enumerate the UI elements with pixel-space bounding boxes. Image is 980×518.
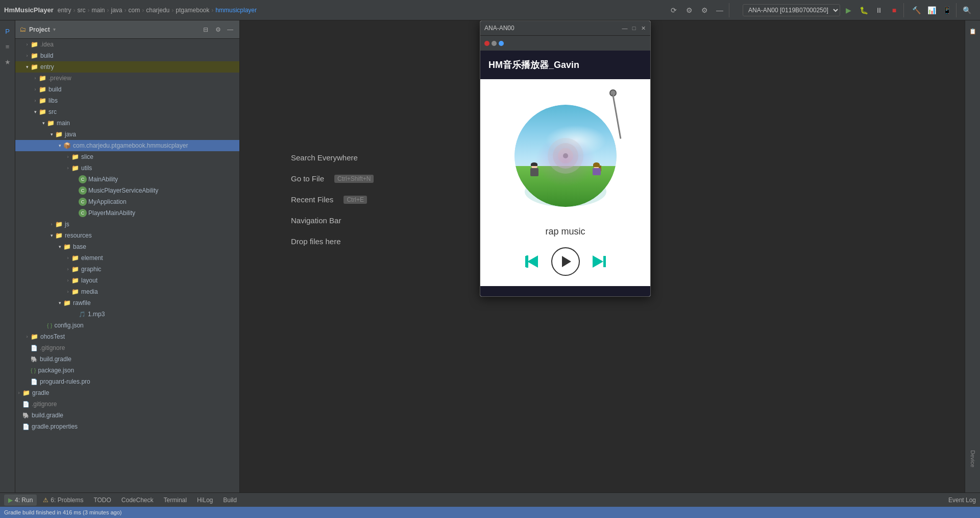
todo-label: TODO bbox=[93, 497, 111, 504]
close-window-icon[interactable]: ✕ bbox=[640, 25, 646, 31]
collapse-all-icon[interactable]: ⊟ bbox=[201, 25, 211, 35]
event-log-icon[interactable]: 📋 bbox=[966, 25, 979, 38]
tree-item-src[interactable]: ▾ 📁 src bbox=[15, 106, 239, 117]
close-panel-icon[interactable]: — bbox=[225, 25, 235, 35]
tree-item-playermain[interactable]: › C PlayerMainAbility bbox=[15, 207, 239, 219]
tab-terminal[interactable]: Terminal bbox=[160, 495, 191, 506]
tab-hilog[interactable]: HiLog bbox=[193, 495, 217, 506]
app-header: HM音乐播放器_Gavin bbox=[480, 51, 650, 79]
tree-item-mainability[interactable]: › C MainAbility bbox=[15, 174, 239, 185]
tree-item-build-gradle2[interactable]: › 🐘 build.gradle bbox=[15, 410, 239, 421]
build-icon[interactable]: 🔨 bbox=[909, 3, 923, 17]
toolbar-nav-group: ⟳ ⚙ ⚙ — bbox=[665, 3, 729, 17]
breadcrumb-java: java bbox=[111, 7, 122, 14]
coverage-button[interactable]: ⏸ bbox=[872, 3, 886, 17]
tree-item-build-gradle[interactable]: › 🐘 build.gradle bbox=[15, 354, 239, 365]
device-label: Device bbox=[970, 450, 976, 467]
center-area: Search Everywhere Search Everywhere Go t… bbox=[240, 20, 965, 492]
tree-item-build[interactable]: › 📁 build bbox=[15, 84, 239, 95]
tree-item-rawfile[interactable]: ▾ 📁 rawfile bbox=[15, 297, 239, 309]
play-button[interactable] bbox=[551, 247, 580, 276]
breadcrumb: entry › src › main › java › com › charje… bbox=[58, 7, 257, 14]
minimize-icon[interactable]: — bbox=[622, 25, 628, 31]
next-button[interactable] bbox=[590, 252, 608, 271]
left-sidebar-icons: P ≡ ★ bbox=[0, 20, 15, 492]
prev-button[interactable] bbox=[523, 252, 541, 271]
tab-problems[interactable]: ⚠ 6: Problems bbox=[39, 495, 87, 506]
filter-icon[interactable]: ⚙ bbox=[682, 3, 696, 17]
tree-item-build-root[interactable]: › 📁 build bbox=[15, 50, 239, 61]
vinyl-disc bbox=[514, 105, 617, 207]
breadcrumb-ptgamebook: ptgamebook bbox=[176, 7, 209, 14]
stop-button[interactable]: ■ bbox=[887, 3, 901, 17]
tree-item-utils[interactable]: › 📁 utils bbox=[15, 162, 239, 174]
dropdown-arrow-icon: ▾ bbox=[53, 27, 56, 32]
tree-item-layout[interactable]: › 📁 layout bbox=[15, 275, 239, 286]
tree-item-ohostest[interactable]: › 📁 ohosTest bbox=[15, 331, 239, 342]
svg-marker-1 bbox=[527, 255, 538, 268]
tree-item-gitignore2[interactable]: › 📄 .gitignore bbox=[15, 398, 239, 410]
tree-item-preview[interactable]: › 📁 .preview bbox=[15, 73, 239, 84]
player-controls bbox=[523, 247, 608, 276]
tree-item-media[interactable]: › 📁 media bbox=[15, 286, 239, 297]
debug-button[interactable]: 🐛 bbox=[856, 3, 871, 17]
run-button[interactable]: ▶ bbox=[841, 3, 855, 17]
tree-item-gitignore[interactable]: › 📄 .gitignore bbox=[15, 342, 239, 354]
search-everywhere-icon[interactable]: 🔍 bbox=[960, 3, 974, 17]
tree-item-libs[interactable]: › 📁 libs bbox=[15, 95, 239, 106]
device-window: ANA-AN00 — □ ✕ HM音乐播放器_Gavin bbox=[480, 20, 651, 297]
project-icon[interactable]: P bbox=[1, 25, 14, 38]
tree-item-config-json[interactable]: › { } config.json bbox=[15, 320, 239, 331]
device-titlebar: ANA-AN00 — □ ✕ bbox=[480, 21, 650, 35]
tree-item-resources[interactable]: ▾ 📁 resources bbox=[15, 230, 239, 241]
tree-item-proguard[interactable]: › 📄 proguard-rules.pro bbox=[15, 376, 239, 387]
settings-tree-icon[interactable]: ⚙ bbox=[213, 25, 223, 35]
run-config-select[interactable]: ANA-AN00 [0119B07000250] bbox=[743, 4, 840, 16]
breadcrumb-com: com bbox=[129, 7, 140, 14]
tree-item-base[interactable]: ▾ 📁 base bbox=[15, 241, 239, 252]
problems-label: 6: Problems bbox=[51, 497, 83, 504]
tree-item-java[interactable]: ▾ 📁 java bbox=[15, 129, 239, 140]
event-log-label[interactable]: Event Log bbox=[948, 497, 976, 504]
minimize-panel-icon[interactable]: — bbox=[713, 3, 727, 17]
tree-item-com-pkg[interactable]: ▾ 📦 com.charjedu.ptgamebook.hmmusicplaye… bbox=[15, 140, 239, 151]
sync-icon[interactable]: ⟳ bbox=[667, 3, 681, 17]
project-panel: 🗂 Project ▾ ⊟ ⚙ — › 📁 .idea › 📁 bu bbox=[15, 20, 240, 492]
tab-build[interactable]: Build bbox=[219, 495, 241, 506]
tree-item-idea[interactable]: › 📁 .idea bbox=[15, 39, 239, 50]
tree-item-1mp3[interactable]: › 🎵 1.mp3 bbox=[15, 309, 239, 320]
tab-run[interactable]: ▶ 4: Run bbox=[4, 495, 37, 506]
project-title: Project bbox=[29, 26, 50, 33]
tree-item-gradle[interactable]: › 📁 gradle bbox=[15, 387, 239, 398]
tree-item-js[interactable]: › 📁 js bbox=[15, 219, 239, 230]
toolbar-search-group: 🔍 bbox=[958, 3, 976, 17]
recent-files-label: Recent Files bbox=[291, 195, 333, 204]
svg-marker-3 bbox=[562, 256, 571, 267]
tree-item-musicservice[interactable]: › C MusicPlayerServiceAbility bbox=[15, 185, 239, 196]
tree-item-package-json[interactable]: › { } package.json bbox=[15, 365, 239, 376]
tab-codecheck[interactable]: CodeCheck bbox=[117, 495, 158, 506]
tab-todo[interactable]: TODO bbox=[89, 495, 115, 506]
status-dot-red bbox=[484, 41, 489, 46]
restore-icon[interactable]: □ bbox=[631, 25, 637, 31]
device-icon[interactable]: 📱 bbox=[940, 3, 954, 17]
tree-item-main[interactable]: ▾ 📁 main bbox=[15, 117, 239, 129]
favorites-icon[interactable]: ★ bbox=[1, 55, 14, 68]
project-header-icons: ⊟ ⚙ — bbox=[201, 25, 235, 35]
toolbar-build-group: 🔨 📊 📱 bbox=[907, 3, 957, 17]
tree-item-graphic[interactable]: › 📁 graphic bbox=[15, 264, 239, 275]
bottom-tabs-bar: ▶ 4: Run ⚠ 6: Problems TODO CodeCheck Te… bbox=[0, 492, 980, 507]
folder-icon-small: 🗂 bbox=[19, 26, 26, 33]
search-hints: Search Everywhere Go to File Ctrl+Shift+… bbox=[291, 153, 374, 246]
tree-item-element[interactable]: › 📁 element bbox=[15, 252, 239, 264]
tree-item-gradle-props[interactable]: › 📄 gradle.properties bbox=[15, 421, 239, 432]
tree-item-slice[interactable]: › 📁 slice bbox=[15, 151, 239, 162]
tree-item-entry[interactable]: ▾ 📁 entry bbox=[15, 61, 239, 73]
tree-item-myapp[interactable]: › C MyApplication bbox=[15, 196, 239, 207]
structure-icon[interactable]: ≡ bbox=[1, 40, 14, 53]
build-label: Build bbox=[223, 497, 237, 504]
profile-icon[interactable]: 📊 bbox=[924, 3, 939, 17]
device-title: ANA-AN00 bbox=[484, 25, 514, 32]
song-title: rap music bbox=[545, 226, 585, 237]
settings-icon[interactable]: ⚙ bbox=[697, 3, 712, 17]
